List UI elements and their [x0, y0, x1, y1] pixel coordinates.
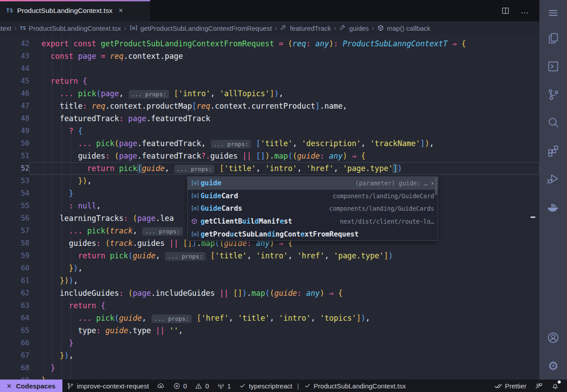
code-line[interactable]: 44 [0, 62, 539, 75]
code-line[interactable]: 59 return pick(guide, ... props: ['title… [0, 249, 539, 262]
suggestion-detail: (parameter) guide: … [350, 180, 428, 187]
source-control-icon[interactable] [546, 87, 561, 102]
status-error[interactable]: 0 [169, 380, 191, 392]
code-text: }), [29, 262, 539, 274]
split-editor-icon[interactable] [501, 6, 510, 15]
line-number: 43 [0, 50, 29, 62]
status-label: Codespaces [16, 382, 55, 390]
settings-icon[interactable]: ⚙ [546, 358, 561, 373]
chevron-right-icon[interactable]: › [431, 180, 434, 187]
code-line[interactable]: 49 ? { [0, 125, 539, 137]
code-line[interactable]: 61 })), [0, 274, 539, 287]
status-warning[interactable]: 0 [191, 380, 213, 392]
suggestion-item[interactable]: getClientBuildManifestnext/dist/client/r… [188, 215, 438, 228]
account-icon[interactable] [546, 330, 561, 345]
code-text: } [29, 374, 539, 380]
search-icon[interactable] [546, 115, 561, 130]
inlay-hint: ... props: [211, 140, 251, 148]
line-number: 64 [0, 312, 29, 324]
inlay-hint: ... props: [152, 314, 192, 323]
line-number: 49 [0, 125, 29, 137]
status-cloud-upload[interactable] [153, 380, 169, 392]
code-line[interactable]: 47 title: req.context.productMap[req.con… [0, 100, 539, 112]
code-line[interactable]: 42export const getProductSubLandingConte… [0, 37, 539, 50]
wrench-icon [339, 24, 346, 32]
suggestion-item[interactable]: [⊘]getProductSubLandingContextFromReques… [188, 228, 438, 241]
docker-icon[interactable] [546, 199, 561, 214]
vscode-window: TS ProductSubLandingContext.tsx × … ntex… [0, 0, 567, 392]
code-line[interactable]: 67 }), [0, 349, 539, 362]
breadcrumb-separator: › [372, 24, 374, 32]
suggestion-item[interactable]: [⊘]guide(parameter) guide: …› [188, 177, 438, 190]
inlay-hint: ... props: [129, 90, 169, 98]
line-number: 62 [0, 287, 29, 299]
breadcrumb-label: ProductSubLandingContext.tsx [29, 24, 121, 32]
status-separator: | [296, 382, 300, 390]
status-feedback[interactable] [530, 380, 547, 392]
symbol-field-icon: [⊘] [191, 205, 201, 212]
line-number: 42 [0, 37, 29, 50]
line-number: 61 [0, 274, 29, 287]
code-text: featuredTrack: page.featuredTrack [29, 112, 539, 125]
line-number: 44 [0, 62, 29, 75]
close-icon[interactable]: × [119, 7, 123, 15]
code-line[interactable]: 66 } [0, 337, 539, 349]
code-line[interactable]: 52 return pick(guide, ... props: ['title… [0, 162, 539, 175]
status-check[interactable]: ProductSubLandingContext.tsx [300, 380, 410, 392]
menu-icon[interactable] [546, 5, 561, 20]
status-git-branch[interactable]: improve-context-request [62, 380, 153, 392]
suggestion-label: GuideCard [201, 192, 238, 200]
code-line[interactable]: 62 includeGuides: (page.includeGuides ||… [0, 287, 539, 299]
code-editor[interactable]: 4142export const getProductSubLandingCon… [0, 35, 539, 380]
breadcrumb-item[interactable]: map() callback [377, 24, 431, 32]
breadcrumb-label: ntext [0, 24, 12, 32]
breadcrumb-item[interactable]: featuredTrack [280, 24, 331, 32]
line-number: 57 [0, 225, 29, 237]
code-line[interactable]: 50 ... pick(page.featuredTrack, ... prop… [0, 137, 539, 150]
suggest-scrollbar[interactable] [435, 177, 437, 195]
breadcrumb-item[interactable]: ntext [0, 24, 12, 32]
extensions-icon[interactable] [546, 143, 561, 158]
tab-productsublandingcontext[interactable]: TS ProductSubLandingContext.tsx × [0, 0, 151, 21]
status-double-check[interactable]: Prettier [490, 380, 530, 392]
terminal-icon[interactable] [546, 59, 561, 74]
suggestion-item[interactable]: [⊘]GuideCardcomponents/landing/GuideCard [188, 190, 438, 203]
code-line[interactable]: 51 guides: (page.featuredTrack?.guides |… [0, 150, 539, 162]
code-line[interactable]: 46 ... pick(page, ... props: ['intro', '… [0, 87, 539, 100]
line-number: 48 [0, 112, 29, 125]
cube-icon [377, 24, 384, 32]
code-line[interactable]: 60 }), [0, 262, 539, 274]
breadcrumb-item[interactable]: [⊘]getProductSubLandingContextFromReques… [129, 24, 272, 32]
suggestion-item[interactable]: [⊘]GuideCardscomponents/landing/GuideCar… [188, 202, 438, 215]
tab-bar: TS ProductSubLandingContext.tsx × … [0, 0, 539, 21]
line-number: 53 [0, 175, 29, 187]
code-line[interactable]: 45 return { [0, 75, 539, 87]
status-label: typescriptreact [249, 382, 292, 390]
breadcrumb-item[interactable]: TSProductSubLandingContext.tsx [20, 24, 121, 32]
breadcrumb-item[interactable]: guides [339, 24, 369, 32]
code-line[interactable]: 65 type: guide.type || '', [0, 324, 539, 337]
code-line[interactable]: 63 return { [0, 299, 539, 312]
explorer-icon[interactable] [546, 31, 561, 46]
status-label: Prettier [505, 382, 526, 390]
activity-bar: ⚙ [539, 0, 567, 380]
code-line[interactable]: 64 ... pick(guide, ... props: ['href', '… [0, 312, 539, 324]
error-icon [173, 382, 181, 390]
scrollbar-thumb[interactable] [530, 216, 535, 218]
bell-icon [551, 382, 559, 390]
code-line[interactable]: 69} [0, 374, 539, 380]
status-bell[interactable] [547, 380, 563, 392]
run-debug-icon[interactable] [546, 171, 561, 186]
notification-dot [558, 380, 561, 384]
breadcrumb-label: guides [349, 24, 369, 32]
more-actions-icon[interactable]: … [521, 6, 530, 16]
status-remote[interactable]: Codespaces [0, 380, 62, 392]
remote-icon [5, 382, 13, 390]
status-check[interactable]: typescriptreact [235, 380, 296, 392]
status-broadcast[interactable]: 1 [213, 380, 235, 392]
code-line[interactable]: 48 featuredTrack: page.featuredTrack [0, 112, 539, 125]
suggest-widget: [⊘]guide(parameter) guide: …›[⊘]GuideCar… [187, 176, 438, 241]
code-line[interactable]: 68 } [0, 362, 539, 374]
suggestion-label: getClientBuildManifest [201, 217, 292, 225]
code-line[interactable]: 43 const page = req.context.page [0, 50, 539, 62]
